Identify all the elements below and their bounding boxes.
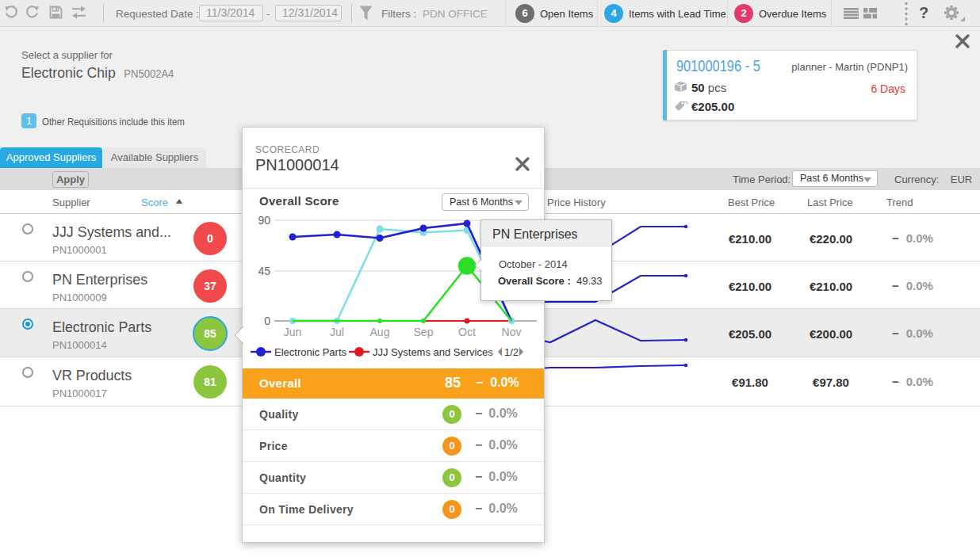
svg-text:Nov: Nov: [502, 326, 522, 338]
svg-text:Jun: Jun: [284, 326, 302, 338]
svg-text:JJJ Systems and Services: JJJ Systems and Services: [373, 346, 493, 358]
svg-text:Electronic Parts: Electronic Parts: [274, 346, 347, 358]
svg-text:1/2: 1/2: [504, 346, 519, 358]
svg-text:45: 45: [258, 265, 270, 277]
svg-text:Jul: Jul: [330, 326, 344, 338]
svg-text:Sep: Sep: [414, 326, 434, 338]
svg-text:90: 90: [258, 214, 270, 227]
svg-text:Oct: Oct: [458, 326, 476, 338]
svg-text:0: 0: [264, 315, 270, 327]
svg-text:Aug: Aug: [370, 326, 390, 338]
